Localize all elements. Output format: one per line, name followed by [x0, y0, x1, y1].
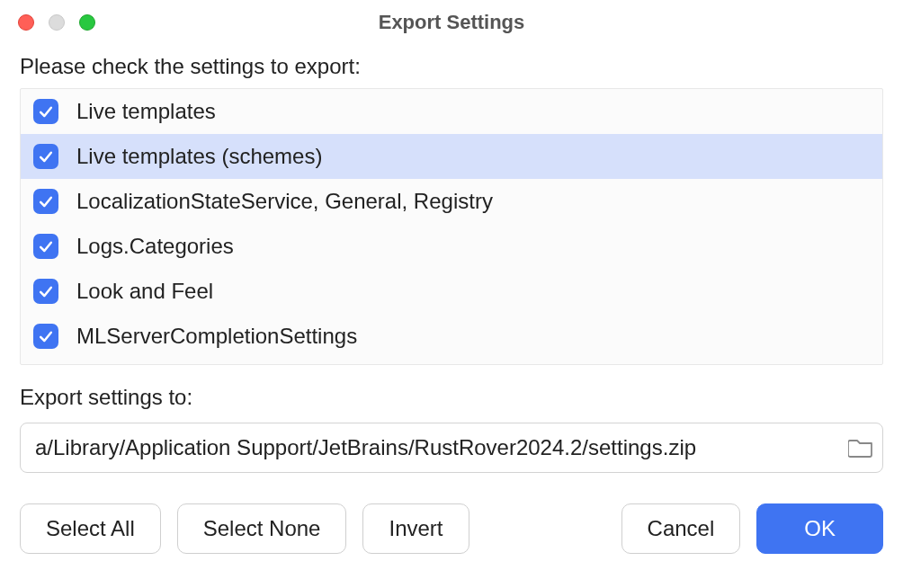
checkbox-icon[interactable] — [33, 234, 58, 259]
button-row: Select All Select None Invert Cancel OK — [20, 503, 883, 554]
list-item-label: Live templates — [76, 99, 216, 124]
select-none-button[interactable]: Select None — [177, 503, 347, 554]
checkbox-icon[interactable] — [33, 144, 58, 169]
settings-list[interactable]: Live templatesLive templates (schemes)Lo… — [20, 88, 883, 365]
list-item-label: Live templates (schemes) — [76, 144, 322, 169]
close-icon[interactable] — [18, 14, 34, 31]
checkbox-icon[interactable] — [33, 324, 58, 349]
list-item-label: MLServerCompletionSettings — [76, 324, 357, 349]
list-item[interactable]: LocalizationStateService, General, Regis… — [21, 179, 882, 224]
list-item-label: LocalizationStateService, General, Regis… — [76, 189, 493, 214]
titlebar: Export Settings — [0, 0, 903, 45]
export-settings-dialog: Export Settings Please check the setting… — [0, 0, 903, 588]
path-field-container — [20, 423, 883, 473]
list-item-label: Look and Feel — [76, 279, 213, 304]
minimize-icon[interactable] — [49, 14, 65, 31]
dialog-content: Please check the settings to export: Liv… — [0, 45, 903, 588]
invert-button[interactable]: Invert — [362, 503, 469, 554]
export-to-label: Export settings to: — [20, 385, 883, 410]
list-item[interactable]: MLServerCompletionSettings — [21, 314, 882, 359]
prompt-label: Please check the settings to export: — [20, 54, 883, 79]
maximize-icon[interactable] — [79, 14, 95, 31]
window-title: Export Settings — [18, 11, 885, 34]
list-item[interactable]: Live templates — [21, 89, 882, 134]
list-item-label: Logs.Categories — [76, 234, 234, 259]
select-all-button[interactable]: Select All — [20, 503, 161, 554]
export-path-input[interactable] — [35, 435, 839, 460]
window-controls — [18, 14, 95, 31]
list-item[interactable]: Look and Feel — [21, 269, 882, 314]
list-item[interactable]: Logs.Categories — [21, 224, 882, 269]
checkbox-icon[interactable] — [33, 99, 58, 124]
folder-icon[interactable] — [848, 438, 873, 458]
cancel-button[interactable]: Cancel — [621, 503, 741, 554]
list-item[interactable]: Live templates (schemes) — [21, 134, 882, 179]
ok-button[interactable]: OK — [756, 503, 883, 554]
checkbox-icon[interactable] — [33, 189, 58, 214]
checkbox-icon[interactable] — [33, 279, 58, 304]
